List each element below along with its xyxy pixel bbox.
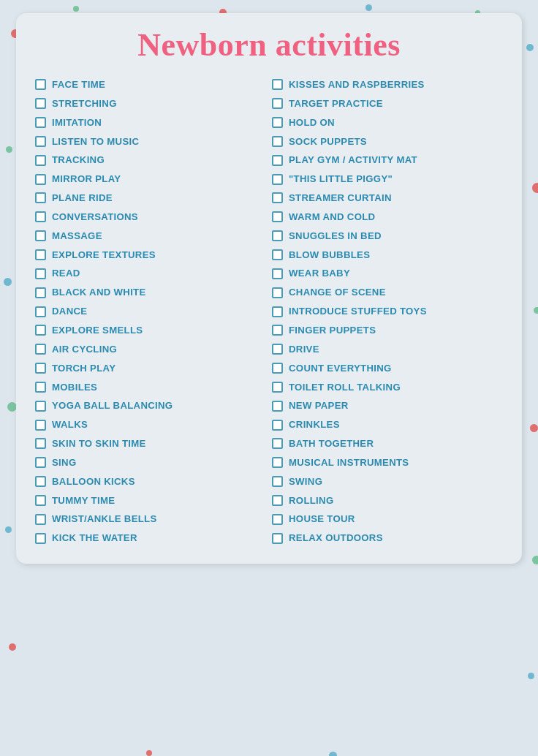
checkbox[interactable] <box>272 287 283 298</box>
checkbox[interactable] <box>272 306 283 317</box>
checkbox[interactable] <box>272 136 283 147</box>
list-item[interactable]: TRACKING <box>32 151 269 170</box>
list-item[interactable]: FACE TIME <box>32 75 269 94</box>
checkbox[interactable] <box>272 533 283 544</box>
list-item[interactable]: MASSAGE <box>32 227 269 246</box>
checkbox[interactable] <box>272 514 283 525</box>
checkbox[interactable] <box>272 344 283 355</box>
list-item[interactable]: AIR CYCLING <box>32 340 269 359</box>
list-item[interactable]: WARM AND COLD <box>269 208 506 227</box>
checkbox[interactable] <box>272 420 283 431</box>
checkbox[interactable] <box>35 382 46 393</box>
checkbox[interactable] <box>35 192 46 203</box>
checkbox[interactable] <box>35 533 46 544</box>
list-item[interactable]: BATH TOGETHER <box>269 434 506 453</box>
list-item[interactable]: EXPLORE SMELLS <box>32 321 269 340</box>
list-item[interactable]: COUNT EVERYTHING <box>269 359 506 378</box>
list-item[interactable]: STREAMER CURTAIN <box>269 189 506 208</box>
checkbox[interactable] <box>35 155 46 166</box>
list-item[interactable]: SING <box>32 453 269 472</box>
checkbox[interactable] <box>272 249 283 260</box>
list-item[interactable]: EXPLORE TEXTURES <box>32 246 269 265</box>
list-item[interactable]: HOLD ON <box>269 113 506 132</box>
list-item[interactable]: NEW PAPER <box>269 396 506 415</box>
list-item[interactable]: DANCE <box>32 302 269 321</box>
list-item[interactable]: BLOW BUBBLES <box>269 246 506 265</box>
checkbox[interactable] <box>272 192 283 203</box>
checkbox[interactable] <box>272 174 283 185</box>
checkbox[interactable] <box>272 401 283 412</box>
list-item[interactable]: YOGA BALL BALANCING <box>32 396 269 415</box>
list-item[interactable]: CONVERSATIONS <box>32 208 269 227</box>
checkbox[interactable] <box>272 495 283 506</box>
list-item[interactable]: PLAY GYM / ACTIVITY MAT <box>269 151 506 170</box>
checkbox[interactable] <box>272 363 283 374</box>
checkbox[interactable] <box>35 420 46 431</box>
list-item[interactable]: PLANE RIDE <box>32 189 269 208</box>
list-item[interactable]: SNUGGLES IN BED <box>269 227 506 246</box>
checkbox[interactable] <box>272 79 283 90</box>
checkbox[interactable] <box>272 382 283 393</box>
checkbox[interactable] <box>272 98 283 109</box>
checkbox[interactable] <box>35 476 46 487</box>
checkbox[interactable] <box>272 117 283 128</box>
checkbox[interactable] <box>272 268 283 279</box>
checkbox[interactable] <box>272 438 283 449</box>
list-item[interactable]: FINGER PUPPETS <box>269 321 506 340</box>
checkbox[interactable] <box>35 136 46 147</box>
checkbox[interactable] <box>35 117 46 128</box>
checkbox[interactable] <box>272 457 283 468</box>
checkbox[interactable] <box>35 211 46 222</box>
list-item[interactable]: MIRROR PLAY <box>32 170 269 189</box>
checkbox[interactable] <box>35 268 46 279</box>
list-item[interactable]: MOBILES <box>32 378 269 397</box>
list-item[interactable]: ROLLING <box>269 491 506 510</box>
checkbox[interactable] <box>35 438 46 449</box>
list-item[interactable]: STRETCHING <box>32 94 269 113</box>
checkbox[interactable] <box>272 211 283 222</box>
list-item[interactable]: TORCH PLAY <box>32 359 269 378</box>
checkbox[interactable] <box>35 79 46 90</box>
list-item[interactable]: BALLOON KICKS <box>32 472 269 491</box>
checkbox[interactable] <box>272 155 283 166</box>
checkbox[interactable] <box>272 476 283 487</box>
list-item[interactable]: WALKS <box>32 415 269 434</box>
list-item[interactable]: WEAR BABY <box>269 264 506 283</box>
list-item[interactable]: DRIVE <box>269 340 506 359</box>
list-item[interactable]: HOUSE TOUR <box>269 510 506 529</box>
list-item[interactable]: TUMMY TIME <box>32 491 269 510</box>
checkbox[interactable] <box>35 306 46 317</box>
list-item[interactable]: SWING <box>269 472 506 491</box>
checkbox[interactable] <box>35 514 46 525</box>
list-item[interactable]: CHANGE OF SCENE <box>269 283 506 302</box>
checkbox[interactable] <box>272 230 283 241</box>
list-item[interactable]: "THIS LITTLE PIGGY" <box>269 170 506 189</box>
list-item[interactable]: TARGET PRACTICE <box>269 94 506 113</box>
checkbox[interactable] <box>35 401 46 412</box>
checkbox[interactable] <box>35 98 46 109</box>
checkbox[interactable] <box>35 495 46 506</box>
list-item[interactable]: IMITATION <box>32 113 269 132</box>
checkbox[interactable] <box>35 325 46 336</box>
checkbox[interactable] <box>35 344 46 355</box>
list-item[interactable]: MUSICAL INSTRUMENTS <box>269 453 506 472</box>
list-item[interactable]: KISSES AND RASPBERRIES <box>269 75 506 94</box>
checkbox[interactable] <box>35 363 46 374</box>
list-item[interactable]: INTRODUCE STUFFED TOYS <box>269 302 506 321</box>
list-item[interactable]: LISTEN TO MUSIC <box>32 132 269 151</box>
checkbox[interactable] <box>35 174 46 185</box>
list-item[interactable]: BLACK AND WHITE <box>32 283 269 302</box>
checkbox[interactable] <box>35 230 46 241</box>
checkbox[interactable] <box>272 325 283 336</box>
list-item[interactable]: KICK THE WATER <box>32 529 269 548</box>
list-item[interactable]: CRINKLES <box>269 415 506 434</box>
list-item[interactable]: TOILET ROLL TALKING <box>269 378 506 397</box>
list-item[interactable]: RELAX OUTDOORS <box>269 529 506 548</box>
list-item[interactable]: READ <box>32 264 269 283</box>
list-item[interactable]: SOCK PUPPETS <box>269 132 506 151</box>
list-item[interactable]: SKIN TO SKIN TIME <box>32 434 269 453</box>
checkbox[interactable] <box>35 287 46 298</box>
checkbox[interactable] <box>35 457 46 468</box>
checkbox[interactable] <box>35 249 46 260</box>
list-item[interactable]: WRIST/ANKLE BELLS <box>32 510 269 529</box>
